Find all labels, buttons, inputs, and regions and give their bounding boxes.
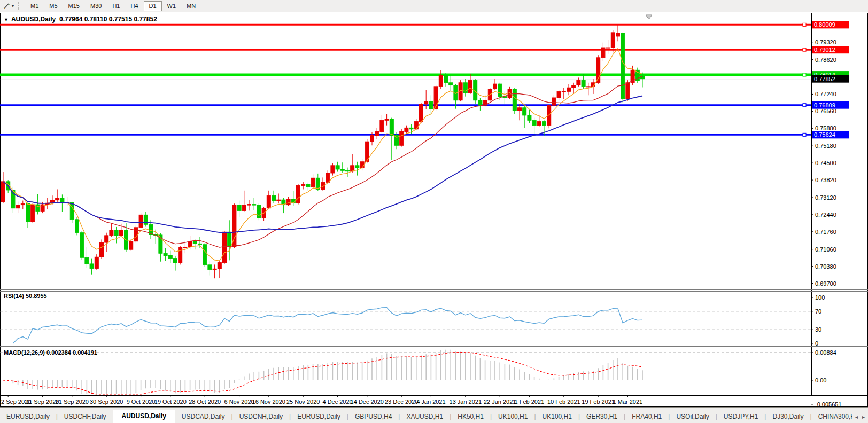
ohlc-readout: 0.77964 0.78110 0.77515 0.77852 bbox=[59, 15, 157, 23]
chart-tab-eurusd-daily[interactable]: EURUSD,Daily bbox=[0, 411, 56, 423]
date-axis: 2 Sep 202011 Sep 202021 Sep 202030 Sep 2… bbox=[1, 395, 642, 405]
macd-tick-label: 0.00 bbox=[815, 377, 826, 383]
date-label: 6 Nov 2020 bbox=[224, 398, 254, 405]
chart-tab-fra40-h1[interactable]: FRA40,H1 bbox=[625, 411, 668, 423]
date-label: 9 Oct 2020 bbox=[127, 398, 156, 405]
timeframe-button-m1[interactable]: M1 bbox=[25, 1, 44, 11]
candlestick-chart-canvas[interactable]: 0.793200.786200.772400.765600.758800.751… bbox=[0, 12, 868, 407]
timeframe-button-d1[interactable]: D1 bbox=[144, 1, 162, 11]
svg-text:0.76809: 0.76809 bbox=[814, 102, 835, 108]
hline-endpoint-marker bbox=[803, 23, 806, 26]
macd-histogram bbox=[3, 350, 642, 394]
ma-fast-line bbox=[3, 49, 642, 261]
tab-scroll-arrows: ◂ ▸ bbox=[852, 410, 868, 423]
hline-price-badge: 0.79012 bbox=[812, 46, 849, 53]
tab-scroll-right-icon[interactable]: ▸ bbox=[862, 414, 865, 420]
chart-window[interactable]: ▼AUDUSD,Daily 0.77964 0.78110 0.77515 0.… bbox=[0, 12, 868, 407]
date-label: 19 Feb 2021 bbox=[582, 398, 615, 405]
symbol-name: AUDUSD,Daily bbox=[11, 15, 56, 23]
price-tick-label: 0.79320 bbox=[815, 39, 836, 45]
price-tick-label: 0.69700 bbox=[815, 280, 836, 287]
chart-tab-uk100-h1[interactable]: UK100,H1 bbox=[492, 411, 534, 423]
price-tick-label: 0.73120 bbox=[815, 194, 836, 201]
price-tick-label: 0.71760 bbox=[815, 229, 836, 235]
pencil-tool-icon[interactable] bbox=[2, 2, 12, 10]
date-label: 28 Oct 2020 bbox=[189, 398, 221, 405]
chart-tab-usdchf-daily[interactable]: USDCHF,Daily bbox=[58, 411, 113, 423]
chart-tab-china300-h1[interactable]: CHINA300,H1 bbox=[812, 411, 852, 423]
chart-shift-triangle[interactable] bbox=[646, 15, 652, 19]
date-label: 25 Nov 2020 bbox=[286, 398, 320, 405]
chart-tab-ger30-h1[interactable]: GER30,H1 bbox=[580, 411, 624, 423]
macd-tick-label: -0.005651 bbox=[815, 401, 842, 407]
chart-tab-usdcnh-daily[interactable]: USDCNH,Daily bbox=[233, 411, 289, 423]
date-label: 11 Sep 2020 bbox=[26, 398, 59, 405]
macd-tick-label: 0.00884 bbox=[815, 349, 836, 356]
chart-tab-audusd-daily[interactable]: AUDUSD,Daily bbox=[113, 410, 175, 423]
date-label: 19 Oct 2020 bbox=[154, 398, 187, 405]
date-label: 30 Sep 2020 bbox=[90, 398, 123, 405]
ma-medium-line bbox=[3, 76, 642, 247]
timeframe-button-h1[interactable]: H1 bbox=[107, 1, 125, 11]
hline-endpoint-marker bbox=[803, 133, 806, 136]
price-tick-label: 0.77240 bbox=[815, 91, 836, 97]
chart-tab-gbpusd-h4[interactable]: GBPUSD,H4 bbox=[348, 411, 398, 423]
timeframe-button-h4[interactable]: H4 bbox=[125, 1, 143, 11]
chart-title: ▼AUDUSD,Daily 0.77964 0.78110 0.77515 0.… bbox=[4, 15, 157, 23]
tab-scroll-left-icon[interactable]: ◂ bbox=[855, 414, 858, 420]
rsi-line bbox=[13, 308, 642, 343]
price-tick-label: 0.71060 bbox=[815, 246, 836, 253]
chart-tab-uk100-h1[interactable]: UK100,H1 bbox=[536, 411, 578, 423]
candlesticks[interactable] bbox=[2, 25, 645, 278]
price-tick-label: 0.72440 bbox=[815, 212, 836, 218]
chart-tab-dj30-daily[interactable]: DJ30,Daily bbox=[766, 411, 810, 423]
chart-tab-bar: EURUSD,Daily|USDCHF,DailyAUDUSD,DailyUSD… bbox=[0, 407, 868, 423]
date-label: 14 Dec 2020 bbox=[351, 398, 384, 405]
date-label: 4 Jan 2021 bbox=[416, 398, 445, 405]
chart-tab-xauusd-h1[interactable]: XAUUSD,H1 bbox=[400, 411, 449, 423]
chart-tab-usoil-daily[interactable]: USOil,Daily bbox=[670, 411, 715, 423]
date-label: 4 Dec 2020 bbox=[322, 398, 352, 405]
chart-tab-eurusd-daily[interactable]: EURUSD,Daily bbox=[291, 411, 347, 423]
svg-text:0.75624: 0.75624 bbox=[814, 131, 835, 138]
chart-tab-hk50-h1[interactable]: HK50,H1 bbox=[451, 411, 490, 423]
timeframe-toolbar: ▾ M1M5M15M30H1H4D1W1MN bbox=[0, 0, 868, 12]
timeframe-button-m5[interactable]: M5 bbox=[44, 1, 63, 11]
price-tick-label: 0.73820 bbox=[815, 177, 836, 183]
rsi-tick-label: 30 bbox=[815, 326, 821, 333]
date-label: 13 Jan 2021 bbox=[449, 398, 482, 405]
hline-price-badge: 0.76809 bbox=[812, 101, 849, 109]
date-label: 23 Dec 2020 bbox=[385, 398, 418, 405]
toolbar-grip[interactable] bbox=[18, 2, 22, 10]
chart-tab-usdjpy-h1[interactable]: USDJPY,H1 bbox=[717, 411, 764, 423]
hline-endpoint-marker bbox=[803, 73, 806, 76]
timeframe-buttons: M1M5M15M30H1H4D1W1MN bbox=[25, 1, 201, 11]
date-label: 1 Feb 2021 bbox=[515, 398, 545, 405]
svg-text:0.80009: 0.80009 bbox=[814, 21, 835, 28]
svg-text:0.77852: 0.77852 bbox=[814, 76, 835, 82]
current-price-badge: 0.77852 bbox=[812, 75, 849, 83]
price-tick-label: 0.74500 bbox=[815, 160, 836, 166]
price-tick-label: 0.76560 bbox=[815, 108, 836, 114]
price-tick-label: 0.75880 bbox=[815, 125, 836, 131]
price-tick-label: 0.70380 bbox=[815, 263, 836, 270]
price-tick-label: 0.75180 bbox=[815, 143, 836, 149]
hline-endpoint-marker bbox=[803, 48, 806, 51]
timeframe-button-m15[interactable]: M15 bbox=[63, 1, 85, 11]
chart-tabs: EURUSD,Daily|USDCHF,DailyAUDUSD,DailyUSD… bbox=[0, 410, 852, 423]
chart-tab-usdcad-daily[interactable]: USDCAD,Daily bbox=[175, 411, 231, 423]
timeframe-button-m30[interactable]: M30 bbox=[85, 1, 107, 11]
tool-dropdown-caret-icon[interactable]: ▾ bbox=[12, 4, 14, 9]
hline-endpoint-marker bbox=[803, 104, 806, 107]
date-label: 10 Feb 2021 bbox=[547, 398, 580, 405]
svg-text:0.79012: 0.79012 bbox=[814, 46, 835, 53]
rsi-tick-label: 100 bbox=[815, 294, 825, 301]
rsi-tick-label: 0 bbox=[815, 340, 818, 347]
hline-price-badge: 0.80009 bbox=[812, 21, 849, 28]
collapse-arrow-icon[interactable]: ▼ bbox=[4, 17, 9, 22]
hline-price-badge: 0.75624 bbox=[812, 131, 849, 138]
timeframe-button-mn[interactable]: MN bbox=[181, 1, 201, 11]
timeframe-button-w1[interactable]: W1 bbox=[162, 1, 182, 11]
price-tick-label: 0.78620 bbox=[815, 57, 836, 63]
mt4-trading-terminal: ▾ M1M5M15M30H1H4D1W1MN ▼AUDUSD,Daily 0.7… bbox=[0, 0, 868, 423]
